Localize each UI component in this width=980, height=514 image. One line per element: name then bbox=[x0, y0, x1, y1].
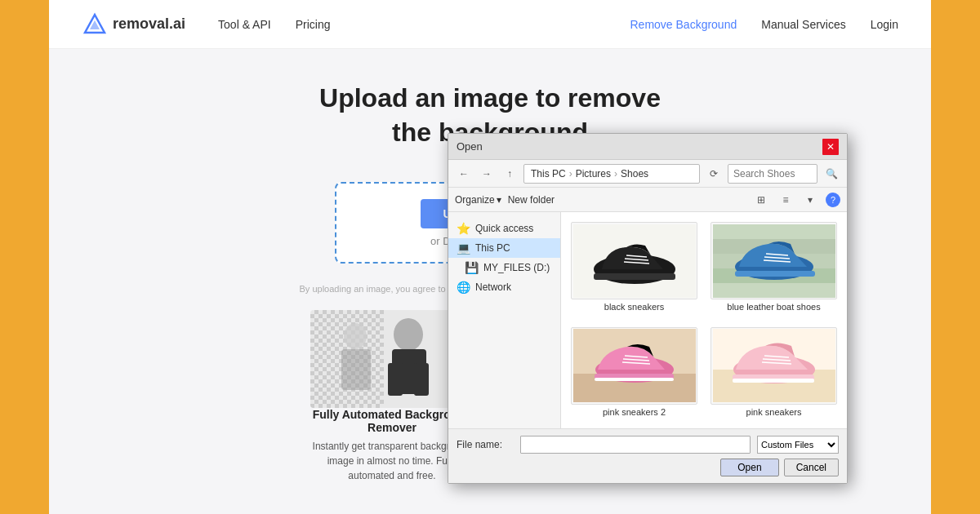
sidebar-network-label: Network bbox=[475, 281, 511, 293]
back-button[interactable]: ← bbox=[455, 165, 473, 183]
footer-buttons: Open Cancel bbox=[457, 459, 839, 476]
filename-row: File name: Custom Files bbox=[457, 436, 839, 454]
filename-label: File name: bbox=[457, 439, 514, 450]
thumb-blue-shoes bbox=[710, 222, 837, 299]
path-folder1: Pictures bbox=[576, 168, 611, 179]
this-pc-icon: 💻 bbox=[457, 241, 470, 255]
help-button[interactable]: ? bbox=[826, 193, 840, 207]
nav-pricing[interactable]: Pricing bbox=[296, 18, 331, 31]
sidebar-network[interactable]: 🌐 Network bbox=[448, 277, 560, 297]
view-large-icons[interactable]: ⊞ bbox=[752, 191, 770, 209]
demo-person-image bbox=[310, 310, 457, 408]
path-root: This PC bbox=[531, 168, 566, 179]
dialog-address-toolbar: ← → ↑ This PC › Pictures › Shoes ⟳ 🔍 bbox=[448, 160, 847, 188]
nav-manual[interactable]: Manual Services bbox=[761, 18, 846, 31]
search-button[interactable]: 🔍 bbox=[822, 165, 840, 183]
view-options[interactable]: ▾ bbox=[801, 191, 819, 209]
dialog-title: Open bbox=[457, 140, 483, 153]
quick-access-icon: ⭐ bbox=[457, 222, 470, 235]
sidebar-this-pc[interactable]: 💻 This PC bbox=[448, 238, 560, 258]
sep2: › bbox=[614, 168, 617, 179]
dialog-titlebar: Open ✕ bbox=[448, 134, 847, 160]
file-item-pink[interactable]: pink sneakers bbox=[707, 324, 840, 423]
svg-rect-19 bbox=[713, 224, 835, 239]
dialog-sidebar: ⭐ Quick access 💻 This PC 💾 MY_FILES (D:)… bbox=[448, 212, 561, 428]
view-details[interactable]: ≡ bbox=[777, 191, 795, 209]
path-folder2: Shoes bbox=[621, 168, 648, 179]
sep1: › bbox=[569, 168, 572, 179]
organize-chevron-icon: ▾ bbox=[497, 194, 501, 206]
sidebar-my-files[interactable]: 💾 MY_FILES (D:) bbox=[448, 258, 560, 277]
up-button[interactable]: ↑ bbox=[501, 165, 519, 183]
sidebar-quick-access[interactable]: ⭐ Quick access bbox=[448, 219, 560, 238]
refresh-button[interactable]: ⟳ bbox=[705, 165, 723, 183]
file-open-dialog: Open ✕ ← → ↑ This PC › Pictures › Shoes … bbox=[448, 133, 848, 484]
dialog-close-button[interactable]: ✕ bbox=[822, 139, 839, 155]
svg-rect-6 bbox=[414, 363, 429, 396]
open-button[interactable]: Open bbox=[720, 459, 778, 476]
new-folder-button[interactable]: New folder bbox=[508, 194, 555, 206]
nav-tool-api[interactable]: Tool & API bbox=[218, 18, 271, 31]
thumb-pink bbox=[710, 327, 837, 405]
file-grid: black sneakers bbox=[561, 212, 847, 428]
filename-input[interactable] bbox=[520, 436, 751, 454]
svg-rect-8 bbox=[341, 349, 371, 390]
thumb-black-sneakers bbox=[571, 222, 697, 299]
svg-point-3 bbox=[394, 318, 423, 351]
file-label-black-sneakers: black sneakers bbox=[604, 302, 664, 312]
file-item-blue-shoes[interactable]: blue leather boat shoes bbox=[707, 219, 840, 317]
nav-remove-bg[interactable]: Remove Background bbox=[630, 18, 737, 31]
network-icon: 🌐 bbox=[457, 281, 470, 294]
thumb-pink2 bbox=[571, 327, 697, 405]
main-area: removal.ai Tool & API Pricing Remove Bac… bbox=[49, 0, 931, 514]
sidebar-quick-access-label: Quick access bbox=[475, 223, 533, 234]
logo-text: removal.ai bbox=[113, 16, 185, 33]
organize-button[interactable]: Organize ▾ bbox=[455, 194, 501, 206]
file-label-blue-shoes: blue leather boat shoes bbox=[727, 302, 820, 312]
cancel-button[interactable]: Cancel bbox=[784, 459, 839, 476]
logo: removal.ai bbox=[82, 11, 185, 38]
nav-login[interactable]: Login bbox=[871, 18, 898, 31]
my-files-icon: 💾 bbox=[465, 261, 479, 274]
nav-right: Remove Background Manual Services Login bbox=[630, 18, 898, 31]
file-label-pink: pink sneakers bbox=[746, 407, 802, 417]
filetype-select[interactable]: Custom Files bbox=[757, 436, 839, 454]
file-label-pink2: pink sneakers 2 bbox=[603, 407, 666, 417]
address-bar[interactable]: This PC › Pictures › Shoes bbox=[523, 164, 700, 184]
nav-links: Tool & API Pricing bbox=[218, 18, 630, 31]
dialog-body: ⭐ Quick access 💻 This PC 💾 MY_FILES (D:)… bbox=[448, 212, 847, 428]
svg-rect-23 bbox=[713, 283, 835, 298]
svg-rect-41 bbox=[733, 379, 814, 383]
search-input[interactable] bbox=[728, 164, 817, 184]
svg-point-7 bbox=[344, 323, 367, 349]
navbar: removal.ai Tool & API Pricing Remove Bac… bbox=[49, 0, 931, 49]
sidebar-my-files-label: MY_FILES (D:) bbox=[483, 262, 550, 273]
forward-button[interactable]: → bbox=[478, 165, 496, 183]
svg-rect-14 bbox=[594, 273, 675, 280]
file-item-black-sneakers[interactable]: black sneakers bbox=[568, 219, 701, 317]
svg-rect-33 bbox=[595, 378, 674, 381]
dialog-footer: File name: Custom Files Open Cancel bbox=[448, 428, 847, 483]
svg-rect-5 bbox=[388, 363, 403, 396]
sidebar-this-pc-label: This PC bbox=[475, 242, 510, 254]
svg-rect-25 bbox=[735, 271, 815, 277]
organize-toolbar: Organize ▾ New folder ⊞ ≡ ▾ ? bbox=[448, 188, 847, 212]
file-item-pink2[interactable]: pink sneakers 2 bbox=[568, 324, 701, 423]
